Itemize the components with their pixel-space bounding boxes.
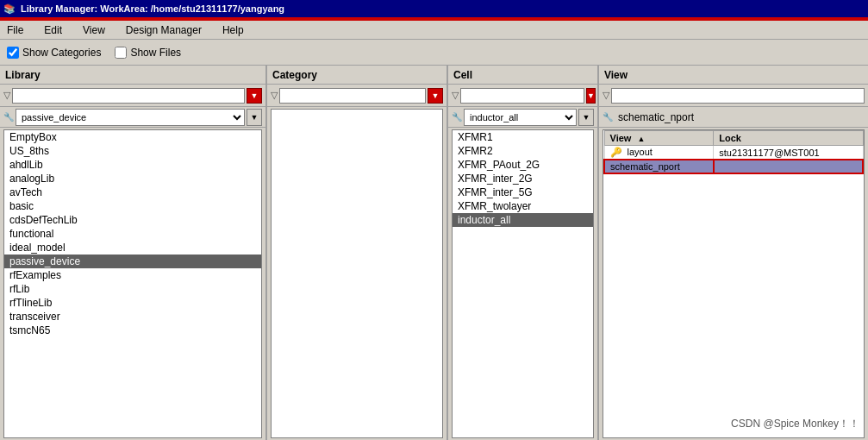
cell-header: Cell bbox=[448, 66, 597, 85]
library-header: Library bbox=[0, 66, 265, 85]
list-item[interactable]: analogLib bbox=[4, 172, 261, 185]
list-item[interactable]: rfExamples bbox=[4, 268, 261, 282]
cell-dropdown[interactable]: inductor_all bbox=[464, 109, 577, 126]
show-files-checkbox-label[interactable]: Show Files bbox=[115, 47, 181, 59]
view-header-label: View bbox=[604, 69, 628, 81]
menu-file[interactable]: File bbox=[3, 22, 27, 38]
list-item[interactable]: US_8ths bbox=[4, 144, 261, 158]
list-item[interactable]: transceiver bbox=[4, 310, 261, 324]
title-bar: 📚 Library Manager: WorkArea: /home/stu21… bbox=[0, 0, 868, 17]
library-filter-icon: ▽ bbox=[3, 90, 10, 101]
library-filter-btn[interactable]: ▼ bbox=[247, 88, 262, 104]
library-header-label: Library bbox=[5, 69, 41, 81]
cell-dropdown-row: 🔧 inductor_all ▼ bbox=[448, 107, 597, 128]
library-dropdown[interactable]: passive_device bbox=[16, 109, 245, 126]
list-item[interactable]: tsmcN65 bbox=[4, 324, 261, 337]
view-row-schematic-view: schematic_nport bbox=[604, 160, 714, 173]
view-filter-icon: ▽ bbox=[603, 90, 609, 101]
cell-filter-row: ▽ ▼ bbox=[448, 85, 597, 107]
show-files-label: Show Files bbox=[130, 47, 181, 59]
view-header: View bbox=[599, 66, 868, 85]
list-item[interactable]: XFMR1 bbox=[453, 130, 593, 144]
list-item[interactable]: EmptyBox bbox=[4, 130, 261, 144]
cell-dropdown-arrow[interactable]: ▼ bbox=[578, 109, 594, 126]
library-panel: Library ▽ ▼ 🔧 passive_device ▼ EmptyBox … bbox=[0, 66, 267, 440]
view-row-schematic[interactable]: schematic_nport bbox=[604, 160, 863, 173]
menu-edit[interactable]: Edit bbox=[41, 22, 66, 38]
list-item[interactable]: XFMR_inter_5G bbox=[453, 185, 593, 199]
list-item[interactable]: XFMR2 bbox=[453, 144, 593, 158]
show-categories-label: Show Categories bbox=[22, 47, 101, 59]
view-table: View ▲ Lock 🔑 layout stu21 bbox=[603, 130, 864, 174]
view-row-layout[interactable]: 🔑 layout stu21311177@MST001 bbox=[604, 146, 863, 160]
category-filter-btn[interactable]: ▼ bbox=[428, 88, 443, 104]
cell-filter-input[interactable] bbox=[460, 88, 584, 104]
cell-dropdown-icon: 🔧 bbox=[452, 112, 462, 122]
view-panel: View ▽ 🔧 schematic_nport View ▲ Lock bbox=[599, 66, 868, 440]
toolbar: Show Categories Show Files bbox=[0, 40, 868, 66]
view-filter-input[interactable] bbox=[611, 88, 865, 104]
window-title: Library Manager: WorkArea: /home/stu2131… bbox=[21, 3, 284, 14]
view-row-layout-view: 🔑 layout bbox=[604, 146, 714, 160]
watermark: CSDN @Spice Monkey！！ bbox=[731, 417, 859, 431]
view-col-header-lock[interactable]: Lock bbox=[714, 131, 863, 146]
view-col-header-view[interactable]: View ▲ bbox=[604, 131, 714, 146]
app-icon: 📚 bbox=[3, 3, 16, 15]
cell-filter-icon: ▽ bbox=[452, 90, 459, 101]
list-item[interactable]: rfTlineLib bbox=[4, 296, 261, 310]
menu-view[interactable]: View bbox=[79, 22, 109, 38]
show-categories-checkbox[interactable] bbox=[7, 47, 19, 59]
view-row-layout-lock: stu21311177@MST001 bbox=[714, 146, 863, 160]
category-filter-input[interactable] bbox=[279, 88, 426, 104]
list-item-passive-device[interactable]: passive_device bbox=[4, 255, 261, 268]
library-list: EmptyBox US_8ths ahdlLib analogLib avTec… bbox=[3, 129, 262, 438]
list-item[interactable]: basic bbox=[4, 199, 261, 213]
list-item[interactable]: XFMR_twolayer bbox=[453, 199, 593, 213]
menu-design-manager[interactable]: Design Manager bbox=[122, 22, 205, 38]
category-header: Category bbox=[267, 66, 446, 85]
show-categories-checkbox-label[interactable]: Show Categories bbox=[7, 47, 101, 59]
list-item[interactable]: rfLib bbox=[4, 282, 261, 296]
list-item[interactable]: cdsDefTechLib bbox=[4, 213, 261, 227]
view-dropdown-row: 🔧 schematic_nport bbox=[599, 107, 868, 128]
list-item[interactable]: ahdlLib bbox=[4, 158, 261, 172]
library-dropdown-arrow[interactable]: ▼ bbox=[247, 109, 262, 126]
cell-filter-btn[interactable]: ▼ bbox=[586, 88, 596, 104]
library-filter-row: ▽ ▼ bbox=[0, 85, 265, 107]
sort-arrow-view: ▲ bbox=[637, 135, 645, 143]
category-list bbox=[271, 109, 443, 438]
list-item[interactable]: functional bbox=[4, 227, 261, 241]
list-item[interactable]: XFMR_PAout_2G bbox=[453, 158, 593, 172]
category-filter-icon: ▽ bbox=[271, 90, 278, 101]
key-icon: 🔑 bbox=[610, 147, 622, 157]
cell-panel: Cell ▽ ▼ 🔧 inductor_all ▼ XFMR1 XFMR2 XF… bbox=[448, 66, 599, 440]
library-filter-input[interactable] bbox=[12, 88, 245, 104]
category-filter-row: ▽ ▼ bbox=[267, 85, 446, 107]
menu-help[interactable]: Help bbox=[219, 22, 247, 38]
view-row-schematic-lock bbox=[714, 160, 863, 173]
cell-list: XFMR1 XFMR2 XFMR_PAout_2G XFMR_inter_2G … bbox=[452, 129, 594, 438]
category-header-label: Category bbox=[272, 69, 317, 81]
view-filter-row: ▽ bbox=[599, 85, 868, 107]
main-content: Library ▽ ▼ 🔧 passive_device ▼ EmptyBox … bbox=[0, 66, 868, 440]
menu-bar: File Edit View Design Manager Help bbox=[0, 21, 868, 40]
view-table-container: View ▲ Lock 🔑 layout stu21 bbox=[603, 129, 865, 438]
category-panel: Category ▽ ▼ bbox=[267, 66, 448, 440]
list-item-inductor-all[interactable]: inductor_all bbox=[453, 213, 593, 227]
list-item[interactable]: ideal_model bbox=[4, 241, 261, 255]
library-dropdown-icon: 🔧 bbox=[3, 112, 14, 122]
show-files-checkbox[interactable] bbox=[115, 47, 127, 59]
list-item[interactable]: avTech bbox=[4, 185, 261, 199]
cell-header-label: Cell bbox=[453, 69, 472, 81]
library-dropdown-row: 🔧 passive_device ▼ bbox=[0, 107, 265, 128]
list-item[interactable]: XFMR_inter_2G bbox=[453, 172, 593, 185]
view-dropdown-icon: 🔧 bbox=[603, 112, 613, 122]
view-dropdown-text: schematic_nport bbox=[615, 111, 865, 123]
